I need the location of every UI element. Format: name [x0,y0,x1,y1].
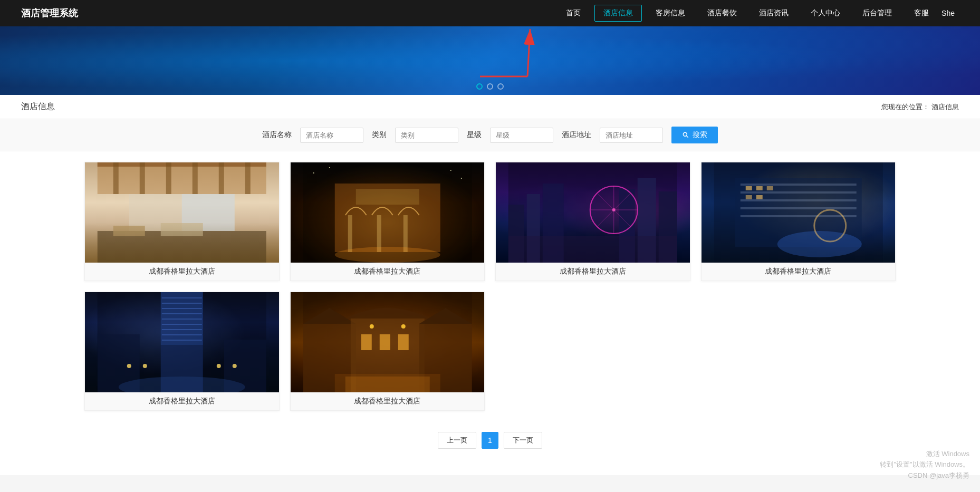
svg-rect-47 [740,199,856,201]
svg-rect-11 [219,162,224,194]
carousel-dot-2[interactable] [487,83,493,90]
svg-rect-10 [193,162,198,194]
hotel-grid-row2: 成都香格里拉大酒店 [84,292,896,411]
svg-rect-17 [161,223,203,236]
hotel-img-overlay-1 [85,162,279,263]
svg-point-86 [401,324,405,329]
svg-rect-24 [356,189,419,205]
nav-item-service[interactable]: 客服 [906,5,937,21]
svg-point-55 [777,231,861,257]
hotel-name-6: 成都香格里拉大酒店 [291,392,485,410]
svg-rect-20 [348,215,352,252]
svg-rect-7 [113,162,119,194]
svg-rect-12 [245,162,251,194]
star-label: 星级 [467,130,482,140]
hotel-img-overlay-3 [496,162,690,263]
prev-page-button[interactable]: 上一页 [438,432,476,449]
svg-rect-8 [140,162,145,194]
category-label: 类别 [372,130,387,140]
svg-point-23 [334,247,440,263]
next-page-button[interactable]: 下一页 [504,432,542,449]
hotel-card-1[interactable]: 成都香格里拉大酒店 [84,162,280,281]
nav-item-hotel-info[interactable]: 酒店信息 [594,5,642,22]
svg-rect-49 [740,215,856,217]
hotel-card-4[interactable]: 成都香格里拉大酒店 [701,162,896,281]
hero-banner [0,26,980,95]
svg-rect-52 [766,186,773,190]
svg-line-4 [686,136,688,137]
star-input[interactable] [490,128,553,143]
hotel-img-overlay-2 [291,162,485,263]
nav-item-profile[interactable]: 个人中心 [802,5,849,21]
current-page[interactable]: 1 [482,432,498,449]
svg-rect-54 [756,195,762,199]
svg-rect-84 [334,374,440,392]
hotel-grid-empty-1 [495,292,690,411]
breadcrumb-current: 酒店信息 [931,103,959,111]
svg-point-73 [143,364,147,368]
nav-item-restaurant[interactable]: 酒店餐饮 [699,5,745,21]
carousel-dot-3[interactable] [497,83,504,90]
hotel-card-6[interactable]: 成都香格里拉大酒店 [290,292,485,411]
hotel-grid-row1: 成都香格里拉大酒店 [84,162,896,281]
hotel-name-4: 成都香格里拉大酒店 [702,263,896,281]
nav-item-room-info[interactable]: 客房信息 [647,5,694,21]
address-input[interactable] [600,128,663,143]
hotel-img-overlay-6 [291,292,485,392]
svg-point-27 [450,170,451,171]
carousel-dots [476,83,504,90]
nav-item-home[interactable]: 首页 [558,5,589,21]
corner-text: She [937,6,959,21]
svg-point-3 [683,132,687,136]
hotel-name-5: 成都香格里拉大酒店 [85,392,279,410]
carousel-dot-1[interactable] [476,83,483,90]
svg-rect-80 [361,334,371,350]
svg-rect-9 [166,162,171,194]
hotel-name-1: 成都香格里拉大酒店 [85,263,279,281]
svg-rect-48 [740,207,856,209]
svg-point-26 [329,167,330,168]
hotel-name-label: 酒店名称 [262,130,292,140]
hotel-name-3: 成都香格里拉大酒店 [496,263,690,281]
content-area: 成都香格里拉大酒店 [0,151,980,475]
nav-item-news[interactable]: 酒店资讯 [751,5,797,21]
search-icon [682,131,689,139]
nav-item-admin[interactable]: 后台管理 [854,5,900,21]
breadcrumb-bar: 酒店信息 您现在的位置： 酒店信息 [0,95,980,119]
svg-rect-22 [403,215,407,252]
brand-title: 酒店管理系统 [21,7,78,20]
svg-point-25 [313,172,314,173]
svg-rect-45 [740,184,856,186]
navbar: 酒店管理系统 首页 酒店信息 客房信息 酒店餐饮 酒店资讯 个人中心 后台管理 … [0,0,980,26]
hotel-image-2 [291,162,485,263]
hotel-card-5[interactable]: 成都香格里拉大酒店 [84,292,280,411]
breadcrumb-path-label: 您现在的位置： [881,103,929,111]
svg-rect-15 [182,194,235,231]
hotel-image-5 [85,292,279,392]
svg-rect-51 [756,186,762,190]
search-bar: 酒店名称 类别 星级 酒店地址 搜索 [0,119,980,151]
svg-point-75 [233,364,237,368]
svg-point-74 [217,364,221,368]
hotel-img-overlay-4 [702,162,896,263]
svg-rect-46 [740,191,856,194]
svg-rect-53 [745,195,752,199]
hotel-card-3[interactable]: 成都香格里拉大酒店 [495,162,690,281]
svg-point-72 [127,364,131,368]
svg-rect-50 [745,186,752,190]
svg-rect-16 [113,226,145,236]
nav-menu: 首页 酒店信息 客房信息 酒店餐饮 酒店资讯 个人中心 后台管理 客服 [558,5,937,22]
hotel-image-6 [291,292,485,392]
hotel-img-overlay-5 [85,292,279,392]
search-button[interactable]: 搜索 [671,127,718,143]
svg-line-1 [527,29,530,76]
hotel-image-3 [496,162,690,263]
hotel-image-1 [85,162,279,263]
hotel-name-input[interactable] [300,128,363,143]
breadcrumb-path: 您现在的位置： 酒店信息 [881,102,959,112]
hotel-name-2: 成都香格里拉大酒店 [291,263,485,281]
hotel-card-2[interactable]: 成都香格里拉大酒店 [290,162,485,281]
pagination: 上一页 1 下一页 [84,421,896,465]
category-input[interactable] [395,128,458,143]
svg-rect-68 [161,292,203,345]
